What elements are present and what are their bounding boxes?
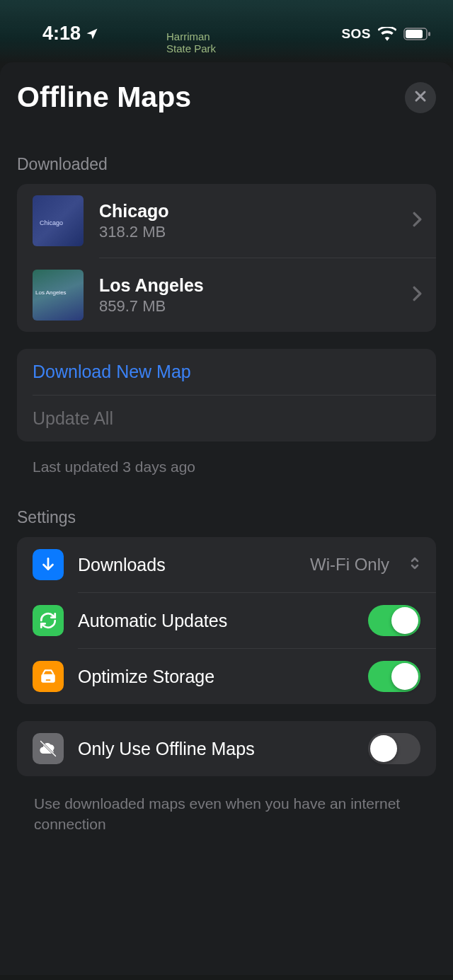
download-icon [33,549,64,580]
map-size: 859.7 MB [99,297,397,316]
settings-header: Settings [17,508,436,527]
downloaded-maps-card: Chicago 318.2 MB Los Angeles 859.7 MB [17,184,436,332]
map-name: Chicago [99,201,397,221]
auto-updates-label: Automatic Updates [78,611,354,631]
optimize-label: Optimize Storage [78,667,354,687]
optimize-storage-row: Optimize Storage [17,649,436,704]
optimize-toggle[interactable] [368,661,420,692]
auto-updates-toggle[interactable] [368,605,420,636]
automatic-updates-row: Automatic Updates [17,593,436,648]
last-updated-text: Last updated 3 days ago [33,459,436,475]
cloud-off-icon [33,733,64,764]
map-item-chicago[interactable]: Chicago 318.2 MB [17,184,436,258]
map-thumbnail [33,195,84,246]
status-time: 4:18 [42,23,81,45]
only-offline-hint: Use downloaded maps even when you have a… [34,793,436,835]
storage-icon [33,661,64,692]
refresh-icon [33,605,64,636]
battery-icon [403,27,432,41]
only-offline-card: Only Use Offline Maps [17,721,436,776]
chevron-right-icon [413,286,422,304]
actions-card: Download New Map Update All [17,349,436,442]
chevron-right-icon [413,212,422,230]
map-size: 318.2 MB [99,223,397,241]
map-thumbnail [33,270,84,321]
location-icon [85,27,99,41]
svg-rect-4 [46,679,51,681]
offline-maps-sheet: Offline Maps Downloaded Chicago 318.2 MB… [0,62,453,975]
update-all-button[interactable]: Update All [17,396,436,442]
map-item-los-angeles[interactable]: Los Angeles 859.7 MB [17,258,436,332]
only-offline-toggle[interactable] [368,733,420,764]
only-offline-row: Only Use Offline Maps [17,721,436,776]
downloads-setting-row[interactable]: Downloads Wi-Fi Only [17,537,436,592]
downloaded-header: Downloaded [17,155,436,174]
status-bar: 4:18 SOS [0,0,453,57]
map-name: Los Angeles [99,275,397,296]
close-button[interactable] [405,82,436,113]
sos-indicator: SOS [341,26,371,42]
svg-rect-1 [406,30,423,38]
downloads-value: Wi-Fi Only [310,555,389,575]
only-offline-label: Only Use Offline Maps [78,739,354,759]
close-icon [413,89,428,106]
selector-icon [409,555,420,575]
downloads-label: Downloads [78,555,296,575]
wifi-icon [378,27,396,41]
settings-card: Downloads Wi-Fi Only Automatic Updates [17,537,436,704]
download-new-map-button[interactable]: Download New Map [17,349,436,395]
svg-rect-2 [428,32,430,36]
page-title: Offline Maps [17,81,191,114]
